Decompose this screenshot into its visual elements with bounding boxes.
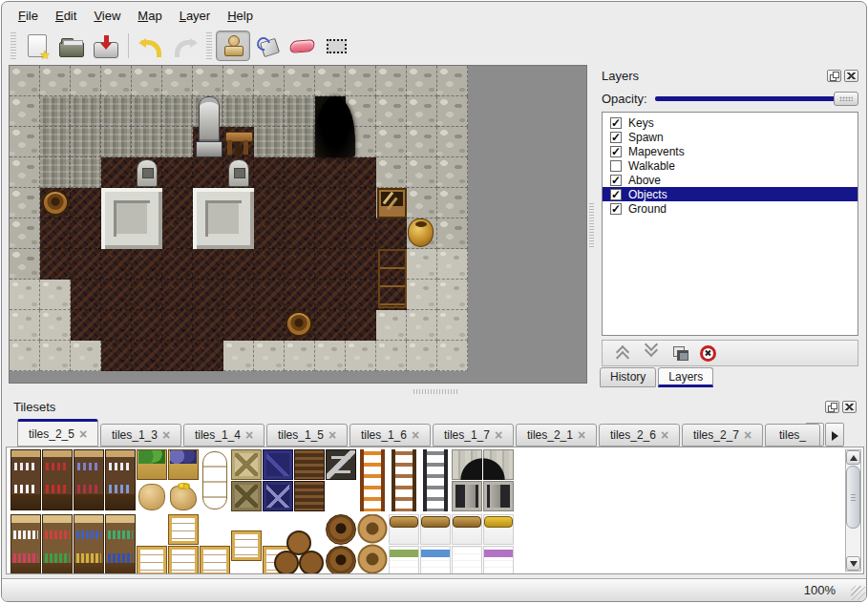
- close-tab-icon[interactable]: ×: [79, 427, 87, 441]
- layer-row-objects[interactable]: ✓Objects: [603, 187, 857, 201]
- map-tile[interactable]: [407, 341, 437, 371]
- tileset-tile-crate[interactable]: [137, 546, 167, 574]
- duplicate-layer-button[interactable]: [671, 344, 688, 362]
- tileset-tile-cratexd[interactable]: [231, 481, 262, 511]
- map-tile[interactable]: [132, 310, 162, 341]
- redo-button[interactable]: [168, 31, 202, 61]
- save-button[interactable]: [89, 31, 123, 61]
- map-tile[interactable]: [101, 341, 132, 371]
- map-tile[interactable]: [315, 341, 346, 371]
- map-tile[interactable]: [346, 157, 376, 188]
- tileset-tile-sackgold[interactable]: [168, 481, 199, 511]
- map-tile[interactable]: [10, 249, 40, 280]
- map-tile[interactable]: [71, 218, 101, 249]
- map-tile[interactable]: [223, 341, 254, 371]
- map-tile[interactable]: [71, 249, 101, 280]
- resize-grip-icon[interactable]: [851, 586, 865, 600]
- eraser-tool-button[interactable]: [285, 31, 319, 61]
- map-tile[interactable]: [223, 310, 254, 341]
- map-tile[interactable]: [40, 249, 71, 280]
- map-tile[interactable]: [132, 66, 162, 96]
- map-tile[interactable]: [407, 157, 437, 188]
- tab-layers[interactable]: Layers: [658, 367, 713, 387]
- tileset-tile-cratenavy[interactable]: [263, 449, 293, 480]
- layer-row-ground[interactable]: ✓Ground: [603, 201, 857, 216]
- map-tile[interactable]: [315, 188, 346, 218]
- map-tile[interactable]: [132, 127, 162, 157]
- map-tile[interactable]: [193, 157, 223, 188]
- new-file-button[interactable]: [20, 31, 54, 61]
- map-tile[interactable]: [346, 188, 376, 218]
- map-object-barrel[interactable]: [286, 311, 312, 337]
- tileset-tab-tiles_1_5[interactable]: tiles_1_5×: [266, 424, 348, 447]
- map-tile[interactable]: [101, 157, 132, 188]
- map-tile[interactable]: [101, 127, 132, 157]
- map-tile[interactable]: [10, 341, 40, 371]
- map-tile[interactable]: [10, 218, 40, 249]
- map-tile[interactable]: [376, 66, 407, 96]
- map-tile[interactable]: [223, 66, 254, 96]
- map-tile[interactable]: [376, 157, 407, 188]
- tileset-tile-ladder[interactable]: [389, 449, 419, 511]
- toolbar-grip[interactable]: [11, 32, 16, 59]
- map-tile[interactable]: [437, 188, 468, 218]
- map-object-tomb[interactable]: [228, 159, 249, 187]
- tileset-tile-crateplant[interactable]: [137, 449, 167, 480]
- map-object-platform[interactable]: [101, 188, 162, 249]
- tileset-tab-tiles_1_7[interactable]: tiles_1_7×: [433, 424, 514, 447]
- map-tile[interactable]: [223, 96, 254, 127]
- map-tile[interactable]: [40, 96, 71, 127]
- tileset-tab-tiles_2_6[interactable]: tiles_2_6×: [599, 424, 680, 447]
- map-tile[interactable]: [254, 280, 285, 310]
- map-tile[interactable]: [254, 127, 285, 157]
- layer-visibility-checkbox[interactable]: [610, 160, 622, 172]
- map-tile[interactable]: [285, 188, 315, 218]
- map-tile[interactable]: [407, 188, 437, 218]
- map-tile[interactable]: [162, 310, 193, 341]
- tileset-tile-bedtop[interactable]: [389, 514, 419, 545]
- menu-item-help[interactable]: Help: [219, 7, 262, 25]
- float-panel-icon[interactable]: [825, 401, 839, 413]
- layer-row-walkable[interactable]: Walkable: [603, 158, 857, 173]
- close-tab-icon[interactable]: ×: [162, 428, 170, 442]
- map-tile[interactable]: [437, 341, 468, 371]
- map-tile[interactable]: [437, 310, 468, 341]
- layer-row-spawn[interactable]: ✓Spawn: [603, 130, 857, 144]
- map-tile[interactable]: [254, 66, 285, 96]
- map-tile[interactable]: [437, 218, 468, 249]
- tileset-tile-cratenavy2[interactable]: [263, 481, 293, 511]
- map-tile[interactable]: [71, 96, 101, 127]
- layer-row-mapevents[interactable]: ✓Mapevents: [603, 144, 857, 158]
- map-tile[interactable]: [132, 96, 162, 127]
- map-tile[interactable]: [223, 249, 254, 280]
- map-tile[interactable]: [40, 280, 71, 310]
- map-tile[interactable]: [10, 157, 40, 188]
- map-tile[interactable]: [101, 66, 132, 96]
- tileset-tile-shelf2[interactable]: [42, 514, 73, 574]
- map-tile[interactable]: [407, 310, 437, 341]
- map-object-platform[interactable]: [193, 188, 254, 249]
- tileset-tile-bedbot[interactable]: [483, 546, 514, 574]
- map-tile[interactable]: [285, 157, 315, 188]
- map-tile[interactable]: [10, 280, 40, 310]
- map-tile[interactable]: [254, 341, 285, 371]
- map-tile[interactable]: [285, 127, 315, 157]
- map-object-statue[interactable]: [193, 96, 223, 157]
- map-tile[interactable]: [71, 310, 101, 341]
- map-tile[interactable]: [101, 249, 132, 280]
- map-canvas[interactable]: [9, 65, 587, 384]
- scroll-up-button[interactable]: [846, 450, 860, 465]
- layer-visibility-checkbox[interactable]: ✓: [610, 146, 622, 157]
- float-panel-icon[interactable]: [827, 70, 841, 82]
- layer-row-above[interactable]: ✓Above: [603, 173, 857, 187]
- map-tile[interactable]: [40, 310, 71, 341]
- map-tile[interactable]: [376, 218, 407, 249]
- map-tile[interactable]: [315, 157, 346, 188]
- tileset-tile-shelf2[interactable]: [11, 514, 41, 574]
- map-tile[interactable]: [40, 341, 71, 371]
- map-tile[interactable]: [162, 96, 193, 127]
- map-tile[interactable]: [285, 249, 315, 280]
- map-tile[interactable]: [162, 127, 193, 157]
- map-object-shelf[interactable]: [378, 249, 407, 308]
- map-tile[interactable]: [193, 341, 223, 371]
